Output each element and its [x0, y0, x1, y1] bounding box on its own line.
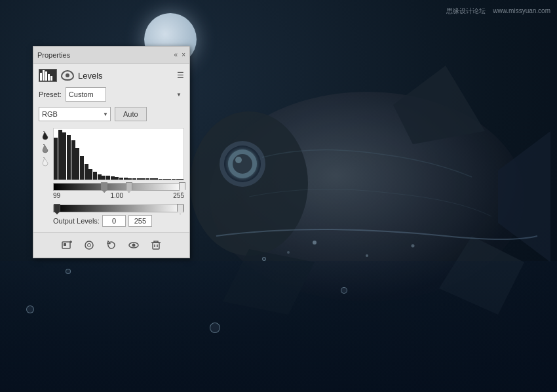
- histogram-bar: [137, 178, 141, 180]
- svg-point-23: [88, 244, 91, 247]
- histogram-bar: [119, 178, 123, 180]
- panel-title: Properties: [37, 51, 70, 59]
- channel-select[interactable]: RGB Red Green Blue: [39, 107, 111, 121]
- bubble: [210, 323, 220, 333]
- input-mid-thumb[interactable]: [126, 182, 132, 193]
- svg-line-16: [43, 144, 45, 145]
- histogram-bar: [176, 179, 180, 180]
- panel-toolbar: [33, 232, 189, 258]
- input-slider-track: [53, 183, 184, 191]
- svg-point-12: [366, 254, 368, 257]
- input-white-value: 255: [173, 192, 184, 199]
- properties-panel: Properties « × Levels ☰: [33, 46, 190, 258]
- histogram-bar: [150, 178, 154, 180]
- histogram-bar: [167, 179, 171, 180]
- histogram-bar: [98, 174, 102, 180]
- panel-controls: « ×: [174, 51, 185, 58]
- input-values: 99 1.00 255: [53, 192, 184, 199]
- panel-menu-icon[interactable]: ☰: [177, 71, 184, 80]
- svg-point-22: [85, 241, 93, 249]
- histogram-bar: [163, 179, 167, 180]
- output-slider-track: [53, 205, 184, 212]
- svg-point-5: [233, 154, 252, 174]
- bubble: [66, 269, 71, 274]
- histogram-bar: [62, 132, 66, 180]
- svg-line-15: [43, 131, 45, 132]
- histogram-bar: [88, 169, 92, 180]
- histogram-bar: [102, 176, 106, 180]
- svg-point-14: [287, 251, 290, 254]
- input-mid-value: 1.00: [110, 192, 123, 199]
- bubble: [341, 287, 347, 294]
- histogram-bar: [159, 179, 163, 180]
- input-white-thumb[interactable]: [179, 182, 185, 193]
- panel-content: Levels ☰ Preset: Custom ▼ RGB Red Green …: [33, 64, 189, 232]
- histogram-bar: [145, 178, 149, 180]
- output-levels-label: Output Levels:: [53, 217, 100, 225]
- white-eyedropper-button[interactable]: [39, 157, 49, 167]
- panel-titlebar: Properties « ×: [33, 47, 189, 64]
- histogram-canvas: [53, 128, 184, 180]
- preset-dropdown-arrow: ▼: [176, 92, 182, 98]
- output-section: Output Levels:: [53, 205, 184, 227]
- histogram-bar: [71, 140, 75, 180]
- output-min-input[interactable]: [102, 215, 126, 227]
- output-black-thumb[interactable]: [54, 204, 60, 214]
- histogram-bar: [180, 179, 184, 180]
- svg-marker-7: [393, 66, 485, 144]
- auto-button[interactable]: Auto: [115, 107, 147, 121]
- output-levels-slider: [53, 205, 184, 212]
- output-values-row: Output Levels:: [53, 215, 184, 227]
- histogram-bar: [58, 130, 62, 180]
- histogram-bar: [80, 156, 84, 180]
- black-eyedropper-button[interactable]: [39, 130, 49, 141]
- histogram-bar: [54, 138, 58, 180]
- add-mask-button[interactable]: [60, 238, 74, 252]
- histogram-bar: [132, 178, 136, 180]
- input-black-thumb[interactable]: [101, 182, 107, 193]
- input-black-value: 99: [53, 192, 60, 199]
- histogram-area: [39, 128, 184, 180]
- histogram-bar: [124, 178, 128, 180]
- reset-button[interactable]: [104, 238, 119, 252]
- panel-close-button[interactable]: ×: [182, 51, 185, 58]
- water-surface: [0, 261, 557, 392]
- input-levels-slider: [53, 183, 184, 191]
- svg-point-25: [132, 244, 136, 247]
- view-previous-button[interactable]: [82, 238, 96, 252]
- histogram-bar: [106, 176, 110, 180]
- svg-point-13: [412, 245, 415, 248]
- preset-select[interactable]: Custom: [66, 87, 106, 102]
- histogram-bar: [85, 164, 88, 180]
- histogram-bar: [75, 148, 79, 180]
- levels-header: Levels ☰: [39, 69, 184, 82]
- output-max-input[interactable]: [128, 215, 152, 227]
- histogram-bar: [93, 172, 97, 180]
- svg-point-11: [313, 241, 317, 245]
- levels-title: Levels: [78, 71, 103, 81]
- svg-rect-26: [153, 243, 159, 249]
- histogram-bar: [115, 177, 119, 180]
- levels-thumbnail-icon: [39, 69, 57, 82]
- svg-rect-19: [64, 243, 66, 246]
- preset-select-wrapper: Custom ▼: [66, 87, 184, 102]
- panel-title-area: Properties: [37, 51, 70, 59]
- visibility-icon[interactable]: [61, 70, 74, 81]
- output-white-thumb[interactable]: [177, 204, 183, 214]
- watermark: 思缘设计论坛 www.missyuan.com: [446, 7, 550, 16]
- eyedroppers: [39, 128, 49, 180]
- bubble: [26, 305, 34, 313]
- svg-point-6: [235, 157, 242, 163]
- gray-eyedropper-button[interactable]: [39, 144, 49, 154]
- delete-button[interactable]: [149, 238, 163, 252]
- toggle-visibility-button[interactable]: [126, 238, 141, 252]
- histogram-bar: [154, 178, 158, 180]
- svg-line-17: [43, 157, 45, 158]
- histogram-bar: [141, 178, 145, 180]
- eye-pupil: [66, 73, 69, 77]
- histogram-bar: [128, 178, 132, 180]
- panel-collapse-button[interactable]: «: [174, 51, 178, 58]
- bubble: [262, 257, 266, 261]
- histogram-bar: [111, 176, 115, 180]
- histogram-bar: [172, 179, 176, 180]
